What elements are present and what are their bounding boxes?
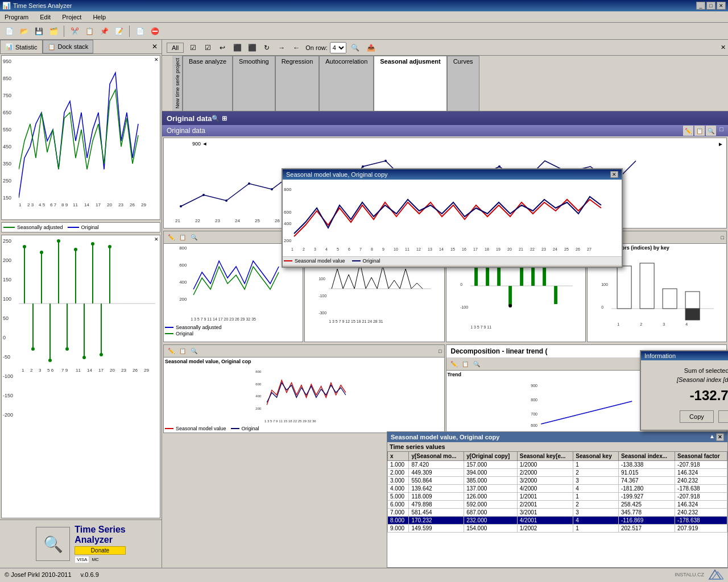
section-header: Original data 🔍 ⊞: [162, 111, 728, 125]
tab-seasonal[interactable]: Seasonal adjusment: [374, 56, 446, 111]
smv-close[interactable]: □: [439, 348, 441, 354]
tab-dock-stack[interactable]: 📋 Dock stack: [43, 40, 94, 53]
close-button[interactable]: ✕: [717, 2, 726, 10]
open-button[interactable]: 📂: [17, 24, 31, 38]
tb2-btn7[interactable]: →: [275, 41, 288, 55]
sa-btn3[interactable]: 🔍: [189, 232, 199, 243]
pdf-button[interactable]: 📄: [133, 24, 147, 38]
table-sub-title: Time series values: [387, 442, 727, 451]
scroll-right[interactable]: ►: [718, 141, 723, 147]
svg-text:200: 200: [179, 297, 187, 302]
all-button[interactable]: All: [167, 43, 184, 53]
section-zoom[interactable]: 🔍: [212, 115, 220, 122]
tb2-btn9[interactable]: 🔍: [349, 41, 362, 55]
col-sk-e: Seasonal key[e...: [517, 452, 573, 461]
save-all-button[interactable]: 🗂️: [47, 24, 60, 38]
table-row[interactable]: 5.000118.009126.0001/20011-199.927-207.9…: [388, 493, 727, 501]
table-row[interactable]: 8.000170.232232.0004/20014-116.869-178.6…: [388, 517, 727, 525]
logo-content: 🔍 Time Series Analyzer Donate VISA MC: [36, 525, 126, 563]
seasonal-modal: Seasonal model value, Original copy ✕ 80…: [282, 168, 623, 268]
tab-statistic[interactable]: 📊 Statistic: [0, 40, 43, 53]
project-sidebar[interactable]: New time serie project: [172, 56, 183, 111]
menu-program[interactable]: Program: [2, 13, 31, 22]
decomp-btn3[interactable]: 🔍: [471, 359, 482, 369]
save-button[interactable]: 💾: [32, 24, 46, 38]
section-expand[interactable]: ⊞: [222, 115, 227, 122]
new-button[interactable]: 📄: [2, 24, 16, 38]
cut-button[interactable]: ✂️: [68, 24, 81, 38]
maximize-button[interactable]: □: [706, 2, 715, 10]
table-cell: 3/2001: [517, 509, 573, 517]
tab-smoothing[interactable]: Smoothing: [233, 56, 275, 111]
smv-btn1[interactable]: ✏️: [166, 346, 176, 356]
sub-close[interactable]: □: [719, 126, 723, 136]
menu-edit[interactable]: Edit: [38, 13, 53, 22]
svg-point-51: [271, 188, 273, 190]
tab-regression[interactable]: Regression: [275, 56, 320, 111]
tab-autocorrelation[interactable]: Autocorrelation: [319, 56, 374, 111]
smv-btn2[interactable]: 📋: [177, 346, 188, 356]
panel-close[interactable]: ✕: [148, 40, 162, 53]
sub-btn3[interactable]: 🔍: [706, 126, 716, 136]
table-cell: 126.000: [464, 493, 518, 501]
table-row[interactable]: 3.000550.864385.0003/2000374.367240.232: [388, 477, 727, 485]
close-button-info[interactable]: Close: [718, 410, 728, 423]
tb2-btn5[interactable]: ⬛: [245, 41, 259, 55]
menu-project[interactable]: Project: [60, 13, 84, 22]
copy-button[interactable]: 📋: [82, 24, 96, 38]
svg-text:-300: -300: [318, 311, 326, 315]
copy-button-info[interactable]: Copy: [680, 410, 714, 423]
tb2-btn2[interactable]: ☑: [201, 41, 214, 55]
tb2-btn6[interactable]: ↻: [260, 41, 274, 55]
decomp-btn1[interactable]: ✏️: [449, 359, 459, 369]
table-row[interactable]: 9.000149.599154.0001/20021202.517207.919: [388, 525, 727, 533]
tool5[interactable]: 📝: [112, 24, 126, 38]
table-row[interactable]: 4.000139.642137.0004/20004-181.280-178.6…: [388, 485, 727, 493]
table-row[interactable]: 6.000479.898592.0002/20012258.425146.324: [388, 501, 727, 509]
tb2-btn8[interactable]: ←: [289, 41, 303, 55]
close-chart1[interactable]: ✕: [154, 57, 159, 63]
panel-close-right[interactable]: ✕: [721, 44, 726, 51]
svg-text:4: 4: [325, 247, 328, 251]
tb2-btn10[interactable]: 📤: [365, 41, 378, 55]
table-row[interactable]: 1.00087.420157.0001/20001-138.338-207.91…: [388, 461, 727, 469]
table-cell: -207.918: [675, 493, 727, 501]
tab-base-analyze[interactable]: Base analyze: [183, 56, 233, 111]
tb2-btn3[interactable]: ↩: [216, 41, 229, 55]
table-row[interactable]: 2.000449.309394.0002/2000291.015146.324: [388, 469, 727, 477]
table-row[interactable]: 7.000581.454687.0003/20013345.778240.232: [388, 509, 727, 517]
svg-text:23: 23: [541, 247, 546, 251]
sa-btn2[interactable]: 📋: [177, 232, 188, 243]
chart-scroll: 900 ◄: [192, 141, 207, 147]
menu-bar: Program Edit Project Help: [0, 11, 728, 23]
svg-text:-100: -100: [318, 294, 326, 298]
sk-close[interactable]: □: [721, 235, 724, 240]
table-scroll-up[interactable]: ▲: [709, 433, 715, 441]
minimize-button[interactable]: _: [696, 2, 705, 10]
decomp-btn2[interactable]: 📋: [460, 359, 470, 369]
menu-help[interactable]: Help: [90, 13, 108, 22]
tab-curves[interactable]: Curves: [447, 56, 479, 111]
svg-point-55: [362, 165, 364, 168]
close-chart2[interactable]: ✕: [154, 236, 159, 242]
svg-text:600: 600: [255, 383, 262, 386]
brand-label: INSTALU.CZ: [675, 572, 704, 577]
sub-btn1[interactable]: ✏️: [683, 126, 693, 136]
paste-button[interactable]: 📌: [97, 24, 111, 38]
donate-button[interactable]: Donate: [75, 546, 126, 555]
svg-text:20: 20: [110, 368, 115, 373]
table-cell: 149.599: [409, 525, 464, 533]
tb2-btn4[interactable]: ⬛: [230, 41, 244, 55]
table-scroll[interactable]: x y[Seasonal mo... y[Original copy] Seas…: [387, 451, 727, 559]
modal-close-btn[interactable]: ✕: [610, 171, 618, 178]
sa-btn1[interactable]: ✏️: [166, 232, 176, 243]
stop-button[interactable]: ⛔: [148, 24, 162, 38]
sep1: [64, 26, 64, 37]
smv-btn3[interactable]: 🔍: [189, 346, 199, 356]
table-close[interactable]: ✕: [716, 433, 724, 441]
tb2-btn1[interactable]: ☑: [186, 41, 200, 55]
table-cell: -181.280: [618, 485, 675, 493]
table-cell: -178.638: [675, 517, 727, 525]
sub-btn2[interactable]: 📋: [694, 126, 705, 136]
on-row-select[interactable]: 4321: [330, 42, 346, 53]
